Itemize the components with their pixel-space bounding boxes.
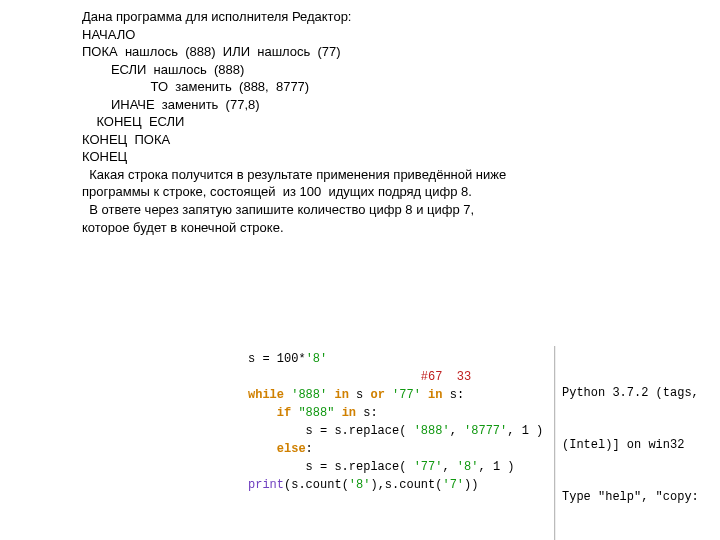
problem-line: КОНЕЦ <box>82 148 602 166</box>
code-line: #67 33 <box>248 368 548 386</box>
problem-line: ПОКА нашлось (888) ИЛИ нашлось (77) <box>82 43 602 61</box>
code-editor[interactable]: s = 100*'8' #67 33 while '888' in s or '… <box>242 346 555 540</box>
code-line: s = s.replace( '888', '8777', 1 ) <box>248 422 548 440</box>
ide-panel: s = 100*'8' #67 33 while '888' in s or '… <box>242 346 720 540</box>
python-console[interactable]: Python 3.7.2 (tags, (Intel)] on win32 Ty… <box>555 346 720 540</box>
problem-line: КОНЕЦ ПОКА <box>82 131 602 149</box>
problem-line: ЕСЛИ нашлось (888) <box>82 61 602 79</box>
console-line: (Intel)] on win32 <box>562 437 720 454</box>
problem-line: НАЧАЛО <box>82 26 602 44</box>
console-line: Python 3.7.2 (tags, <box>562 385 720 402</box>
problem-line: В ответе через запятую запишите количест… <box>82 201 602 219</box>
code-line: print(s.count('8'),s.count('7')) <box>248 476 548 494</box>
problem-line: Какая строка получится в результате прим… <box>82 166 602 184</box>
code-line: else: <box>248 440 548 458</box>
problem-line: Дана программа для исполнителя Редактор: <box>82 8 602 26</box>
problem-line: программы к строке, состоящей из 100 иду… <box>82 183 602 201</box>
problem-line: ТО заменить (888, 8777) <box>82 78 602 96</box>
code-line: s = 100*'8' <box>248 350 548 368</box>
code-line: s = s.replace( '77', '8', 1 ) <box>248 458 548 476</box>
problem-line: ИНАЧЕ заменить (77,8) <box>82 96 602 114</box>
code-line: while '888' in s or '77' in s: <box>248 386 548 404</box>
console-line: Type "help", "copy: <box>562 489 720 506</box>
problem-line: которое будет в конечной строке. <box>82 219 602 237</box>
code-line: if "888" in s: <box>248 404 548 422</box>
problem-line: КОНЕЦ ЕСЛИ <box>82 113 602 131</box>
problem-text: Дана программа для исполнителя Редактор:… <box>82 8 602 236</box>
